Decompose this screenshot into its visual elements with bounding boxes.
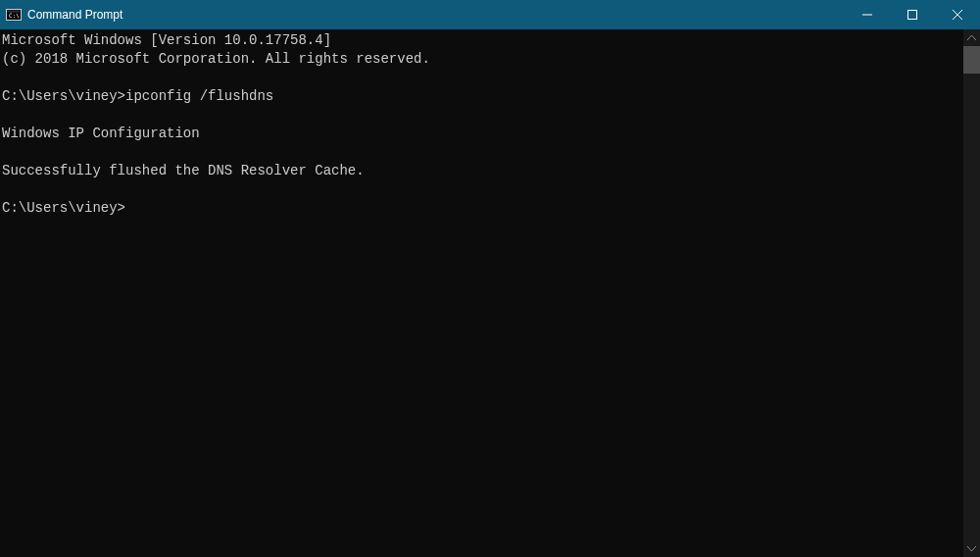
scroll-up-button[interactable] <box>963 29 980 46</box>
scrollbar-track[interactable] <box>963 46 980 540</box>
svg-text:C:\: C:\ <box>9 12 20 19</box>
window-controls <box>845 0 980 29</box>
maximize-button[interactable] <box>890 0 935 29</box>
window-title: Command Prompt <box>27 8 845 22</box>
scrollbar-thumb[interactable] <box>963 46 980 74</box>
scrollbar[interactable] <box>963 29 980 557</box>
titlebar[interactable]: C:\ Command Prompt <box>0 0 980 29</box>
terminal-output[interactable]: Microsoft Windows [Version 10.0.17758.4]… <box>0 29 963 557</box>
minimize-button[interactable] <box>845 0 890 29</box>
cmd-icon: C:\ <box>6 7 22 23</box>
scroll-down-button[interactable] <box>963 540 980 557</box>
close-button[interactable] <box>935 0 980 29</box>
svg-rect-4 <box>908 11 917 20</box>
